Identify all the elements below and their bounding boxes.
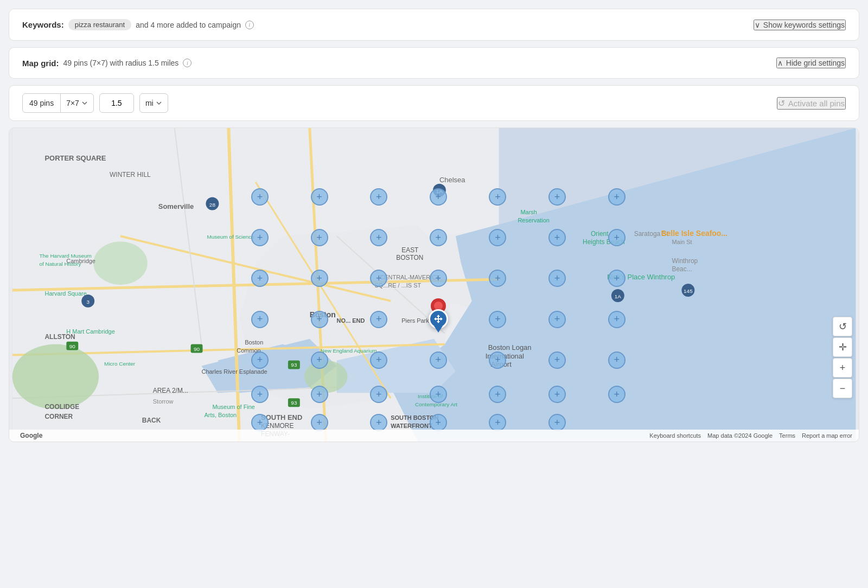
svg-text:Harvard Square: Harvard Square — [44, 290, 86, 297]
grid-size-dropdown[interactable]: 7×7 — [61, 94, 93, 112]
map-pin[interactable]: + — [489, 270, 506, 287]
map-pin[interactable]: + — [608, 270, 626, 287]
map-pin[interactable]: + — [311, 351, 328, 369]
zoom-reset-button[interactable]: ↺ — [833, 317, 852, 336]
keywords-left: Keywords: pizza restaurant and 4 more ad… — [22, 19, 254, 30]
move-icon[interactable]: ✛ — [833, 337, 852, 357]
radius-input[interactable] — [99, 93, 134, 113]
report-error-link[interactable]: Report a map error — [802, 432, 852, 439]
map-pin[interactable]: + — [489, 351, 506, 369]
map-pin[interactable]: + — [489, 188, 506, 206]
svg-text:CORNER: CORNER — [44, 413, 73, 420]
map-pin[interactable]: + — [251, 270, 269, 287]
map-pin[interactable]: + — [251, 311, 269, 328]
unit-select[interactable]: mi — [139, 93, 168, 113]
map-pin[interactable]: + — [370, 414, 387, 431]
map-pin[interactable]: + — [370, 270, 387, 287]
map-pin[interactable]: + — [251, 414, 269, 431]
info-icon-map-grid: i — [183, 59, 192, 67]
map-pin[interactable]: + — [251, 351, 269, 369]
svg-text:90: 90 — [69, 343, 76, 349]
map-pin[interactable]: + — [370, 386, 387, 403]
map-pin[interactable]: + — [489, 311, 506, 328]
map-pin[interactable]: + — [608, 311, 626, 328]
chevron-up-icon — [777, 59, 783, 67]
map-grid-description: 49 pins (7×7) with radius 1.5 miles — [63, 59, 179, 67]
svg-text:BOSTON: BOSTON — [396, 254, 423, 261]
zoom-in-button[interactable]: + — [833, 358, 852, 378]
svg-text:Micro Center: Micro Center — [104, 361, 136, 367]
map-grid-label: Map grid: — [22, 59, 59, 68]
map-pin[interactable]: + — [548, 229, 566, 246]
svg-point-17 — [12, 344, 99, 410]
map-pin[interactable]: + — [430, 188, 447, 206]
map-pin[interactable]: + — [311, 311, 328, 328]
map-footer: Google Keyboard shortcuts Map data ©2024… — [9, 430, 859, 442]
map-pin[interactable]: + — [251, 188, 269, 206]
map-pin[interactable]: + — [251, 229, 269, 246]
svg-text:Boston: Boston — [245, 339, 263, 346]
svg-text:Somerville: Somerville — [158, 202, 194, 210]
svg-text:NO... END: NO... END — [337, 317, 365, 324]
svg-text:AREA 2/M...: AREA 2/M... — [153, 387, 188, 394]
svg-text:90: 90 — [194, 346, 200, 352]
map-pin[interactable]: + — [489, 414, 506, 431]
map-pin[interactable]: + — [489, 386, 506, 403]
map-pin[interactable]: + — [430, 351, 447, 369]
map-background[interactable]: PORTER SQUARE WINTER HILL Somerville Cam… — [9, 128, 859, 442]
svg-text:The Harvard Museum: The Harvard Museum — [40, 253, 92, 259]
svg-text:EAST: EAST — [401, 246, 419, 254]
map-pin[interactable]: + — [608, 351, 626, 369]
map-controls: ↺ ✛ + − — [833, 317, 852, 398]
svg-text:H Mart Cambridge: H Mart Cambridge — [66, 328, 114, 335]
hide-grid-settings-button[interactable]: Hide grid settings — [776, 57, 846, 68]
svg-text:Museum of Science: Museum of Science — [207, 234, 254, 240]
map-pin[interactable]: + — [251, 386, 269, 403]
controls-card: 49 pins 7×7 mi ↺ Activate all pins — [9, 85, 859, 121]
map-pin[interactable]: + — [608, 188, 626, 206]
keyboard-shortcuts-link[interactable]: Keyboard shortcuts — [649, 432, 701, 439]
map-pin[interactable]: + — [608, 229, 626, 246]
map-pin[interactable]: + — [430, 414, 447, 431]
map-pin[interactable]: + — [370, 351, 387, 369]
map-pin[interactable]: + — [430, 386, 447, 403]
map-pin[interactable]: + — [311, 386, 328, 403]
map-pin[interactable]: + — [430, 270, 447, 287]
map-pin[interactable]: + — [430, 229, 447, 246]
show-keywords-settings-button[interactable]: Show keywords settings — [754, 20, 846, 30]
map-pin[interactable]: + — [370, 229, 387, 246]
svg-text:PORTER SQUARE: PORTER SQUARE — [44, 154, 106, 162]
svg-text:1A: 1A — [615, 293, 622, 299]
map-pin[interactable]: + — [548, 188, 566, 206]
map-grid-card: Map grid: 49 pins (7×7) with radius 1.5 … — [9, 47, 859, 79]
svg-point-18 — [93, 241, 148, 285]
map-pin[interactable]: + — [548, 311, 566, 328]
terms-link[interactable]: Terms — [779, 432, 795, 439]
keywords-card: Keywords: pizza restaurant and 4 more ad… — [9, 9, 859, 41]
map-pin[interactable]: + — [548, 414, 566, 431]
map-pin[interactable]: + — [608, 386, 626, 403]
svg-text:Piers Park: Piers Park — [401, 317, 429, 324]
map-pin[interactable]: + — [311, 414, 328, 431]
zoom-out-button[interactable]: − — [833, 379, 852, 398]
drag-pin[interactable] — [429, 309, 448, 329]
map-pin[interactable]: + — [548, 270, 566, 287]
google-logo: Google — [20, 432, 42, 439]
map-pin[interactable]: + — [311, 188, 328, 206]
info-icon-keywords: i — [245, 21, 254, 29]
svg-text:93: 93 — [291, 362, 297, 368]
controls-left: 49 pins 7×7 mi — [22, 93, 168, 113]
pins-select[interactable]: 49 pins 7×7 — [22, 93, 94, 113]
svg-text:WINTER HILL: WINTER HILL — [110, 171, 151, 178]
map-pin[interactable]: + — [489, 229, 506, 246]
map-pin[interactable]: + — [311, 270, 328, 287]
pins-count: 49 pins — [23, 94, 61, 112]
map-pin[interactable]: + — [370, 188, 387, 206]
map-pin[interactable]: + — [370, 311, 387, 328]
activate-all-pins-button[interactable]: ↺ Activate all pins — [777, 97, 846, 110]
map-pin[interactable]: + — [548, 351, 566, 369]
svg-text:Museum of Fine: Museum of Fine — [212, 404, 255, 410]
keywords-more: and 4 more added to campaign — [136, 21, 241, 29]
map-pin[interactable]: + — [311, 229, 328, 246]
map-pin[interactable]: + — [548, 386, 566, 403]
